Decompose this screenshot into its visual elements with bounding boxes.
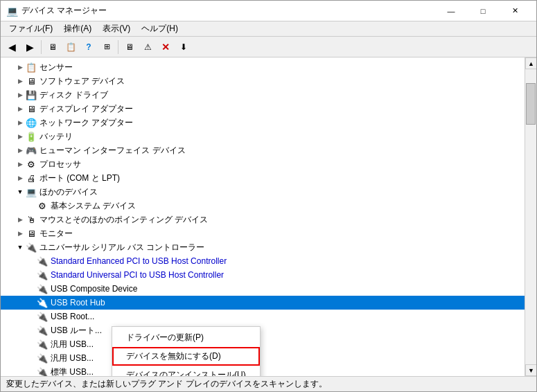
tree-item-hid[interactable]: ▶ 🎮 ヒューマン インターフェイス デバイス	[1, 143, 525, 157]
usb-ctrl-label: ユニバーサル シリアル バス コントローラー	[39, 242, 204, 253]
std-usb-icon: 🔌	[37, 366, 48, 376]
port-icon: 🖨	[26, 172, 37, 184]
other-icon: 💻	[26, 186, 37, 197]
generic1-icon: 🔌	[37, 339, 48, 350]
tree-item-battery[interactable]: ▶ 🔋 バッテリ	[1, 130, 525, 143]
close-button[interactable]: ✕	[499, 1, 531, 21]
menu-help[interactable]: ヘルプ(H)	[136, 21, 184, 37]
battery-label: バッテリ	[39, 131, 73, 143]
scroll-down-button[interactable]: ▼	[525, 364, 536, 376]
tree-item-network[interactable]: ▶ 🌐 ネットワーク アダプター	[1, 116, 525, 130]
expand-icon-hid[interactable]: ▶	[15, 145, 26, 156]
tree-item-usb-ctrl[interactable]: ▼ 🔌 ユニバーサル シリアル バス コントローラー	[1, 240, 525, 254]
remove-button[interactable]: ✕	[157, 39, 174, 55]
toolbar: ◀ ▶ 🖥 📋 ? ⊞ 🖥 ⚠ ✕ ⬇	[1, 37, 536, 57]
device-tree[interactable]: ▶ 📋 センサー ▶ 🖥 ソフトウェア デバイス ▶ 💾 ディスク ドライブ ▶…	[1, 57, 525, 376]
software-label: ソフトウェア デバイス	[39, 75, 125, 87]
monitor-button[interactable]: 🖥	[121, 39, 138, 55]
ctx-update-driver[interactable]: ドライバーの更新(P)	[112, 328, 260, 347]
warning-button[interactable]: ⚠	[139, 39, 156, 55]
tree-item-generic2[interactable]: 🔌 汎用 USB...	[1, 351, 525, 365]
monitor-icon: 🖥	[26, 228, 37, 239]
expand-icon-usb-ctrl[interactable]: ▼	[15, 242, 26, 253]
expand-icon-processor[interactable]: ▶	[15, 159, 26, 170]
menu-action[interactable]: 操作(A)	[58, 21, 97, 37]
usb-ctrl-icon: 🔌	[26, 242, 37, 253]
tree-item-mouse[interactable]: ▶ 🖱 マウスとそのほかのポインティング デバイス	[1, 213, 525, 226]
other-label: ほかのデバイス	[39, 186, 98, 198]
app-icon: 💻	[6, 6, 17, 17]
basesystem-label: 基本システム デバイス	[51, 200, 136, 212]
menu-view[interactable]: 表示(V)	[97, 21, 136, 37]
expand-icon-other[interactable]: ▼	[15, 186, 26, 197]
tree-item-port[interactable]: ▶ 🖨 ポート (COM と LPT)	[1, 171, 525, 185]
tree-item-usb-root[interactable]: 🔌 USB Root Hub	[1, 296, 525, 310]
download-button[interactable]: ⬇	[175, 39, 192, 55]
scroll-up-button[interactable]: ▲	[525, 57, 536, 69]
content-area: ▶ 📋 センサー ▶ 🖥 ソフトウェア デバイス ▶ 💾 ディスク ドライブ ▶…	[1, 57, 536, 376]
battery-icon: 🔋	[26, 131, 37, 142]
back-button[interactable]: ◀	[3, 39, 20, 55]
ctx-disable-device[interactable]: デバイスを無効にする(D)	[112, 347, 260, 366]
display-label: ディスプレイ アダプター	[39, 103, 133, 115]
usb2-label: Standard Universal PCI to USB Host Contr…	[51, 270, 224, 280]
tree-item-software[interactable]: ▶ 🖥 ソフトウェア デバイス	[1, 74, 525, 88]
properties-button[interactable]: 📋	[62, 39, 79, 55]
expand-icon-monitor[interactable]: ▶	[15, 228, 26, 239]
menu-file[interactable]: ファイル(F)	[3, 21, 58, 37]
expand-icon-sensor[interactable]: ▶	[15, 62, 26, 73]
usb-root-icon: 🔌	[37, 297, 48, 308]
tree-item-std-usb[interactable]: 🔌 標準 USB...	[1, 365, 525, 376]
expand-icon-mouse[interactable]: ▶	[15, 214, 26, 225]
tree-item-monitor[interactable]: ▶ 🖥 モニター	[1, 226, 525, 240]
hid-label: ヒューマン インターフェイス デバイス	[39, 145, 186, 157]
generic1-label: 汎用 USB...	[51, 339, 94, 350]
title-bar-buttons: — □ ✕	[435, 1, 531, 21]
expand-icon-software[interactable]: ▶	[15, 75, 26, 87]
scrollbar-thumb[interactable]	[526, 83, 536, 125]
expand-icon-battery[interactable]: ▶	[15, 131, 26, 142]
tree-item-basesystem[interactable]: ⚙ 基本システム デバイス	[1, 199, 525, 213]
tree-item-disk[interactable]: ▶ 💾 ディスク ドライブ	[1, 88, 525, 102]
forward-button[interactable]: ▶	[21, 39, 38, 55]
sep2	[118, 40, 118, 54]
tree-item-sensor[interactable]: ▶ 📋 センサー	[1, 60, 525, 74]
mouse-icon: 🖱	[26, 214, 37, 225]
tree-item-display[interactable]: ▶ 🖥 ディスプレイ アダプター	[1, 102, 525, 116]
status-bar: 変更したデバイス、または新しいプラグ アンド プレイのデバイスをスキャンします。	[1, 376, 536, 391]
expand-icon-network[interactable]: ▶	[15, 117, 26, 128]
network-icon: 🌐	[26, 117, 37, 128]
usb-root2-icon: 🔌	[37, 311, 48, 322]
generic2-label: 汎用 USB...	[51, 353, 94, 364]
help-button[interactable]: ?	[80, 39, 97, 55]
tree-item-generic1[interactable]: 🔌 汎用 USB...	[1, 337, 525, 351]
sensor-icon: 📋	[26, 62, 37, 73]
maximize-button[interactable]: □	[467, 1, 499, 21]
tree-item-usb-root2[interactable]: 🔌 USB Root...	[1, 310, 525, 323]
tree-item-other[interactable]: ▼ 💻 ほかのデバイス	[1, 185, 525, 199]
window-title: デバイス マネージャー	[21, 5, 435, 17]
grid-button[interactable]: ⊞	[98, 39, 115, 55]
tree-item-processor[interactable]: ▶ ⚙ プロセッサ	[1, 157, 525, 171]
tree-item-usb-root3[interactable]: 🔌 USB ルート...	[1, 323, 525, 337]
computer-button[interactable]: 🖥	[44, 39, 61, 55]
tree-item-usb1[interactable]: 🔌 Standard Enhanced PCI to USB Host Cont…	[1, 254, 525, 268]
tree-item-usb3[interactable]: 🔌 USB Composite Device	[1, 282, 525, 296]
display-icon: 🖥	[26, 103, 37, 114]
mouse-label: マウスとそのほかのポインティング デバイス	[39, 214, 208, 226]
expand-icon-disk[interactable]: ▶	[15, 89, 26, 100]
scrollbar-track[interactable]	[525, 69, 536, 364]
basesystem-icon: ⚙	[37, 200, 48, 211]
vertical-scrollbar[interactable]: ▲ ▼	[525, 57, 536, 376]
ctx-uninstall-device[interactable]: デバイスのアンインストール(U)	[112, 366, 260, 376]
disk-icon: 💾	[26, 89, 37, 100]
expand-icon-port[interactable]: ▶	[15, 172, 26, 184]
minimize-button[interactable]: —	[435, 1, 467, 21]
usb-root-label: USB Root Hub	[51, 298, 105, 308]
network-label: ネットワーク アダプター	[39, 117, 133, 129]
expand-icon-display[interactable]: ▶	[15, 103, 26, 114]
context-menu: ドライバーの更新(P) デバイスを無効にする(D) デバイスのアンインストール(…	[112, 326, 261, 376]
tree-item-usb2[interactable]: 🔌 Standard Universal PCI to USB Host Con…	[1, 268, 525, 282]
processor-label: プロセッサ	[39, 159, 81, 170]
usb1-icon: 🔌	[37, 256, 48, 267]
